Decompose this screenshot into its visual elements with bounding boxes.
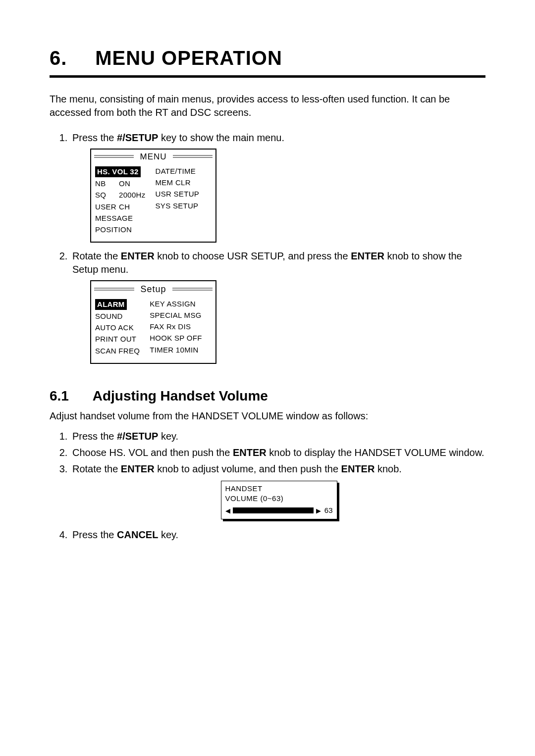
setup-row-hookspoff: HOOK SP OFF: [150, 333, 202, 343]
setup-row-specialmsg: SPECIAL MSG: [150, 310, 202, 320]
menu-row-sq: SQ2000Hz: [95, 190, 146, 200]
intro-paragraph: The menu, consisting of main menus, prov…: [50, 93, 485, 119]
arrow-right-icon: ▶: [316, 506, 321, 515]
menu-titlebar: MENU: [91, 150, 215, 164]
setup-row-timer: TIMER 10MIN: [150, 345, 202, 355]
hv-line2: VOLUME (0~63): [225, 494, 333, 504]
hv-step-4: Press the CANCEL key.: [70, 528, 485, 542]
menu-right-col: DATE/TIME MEM CLR USR SETUP SYS SETUP: [156, 166, 200, 235]
section-number: 6.1: [50, 387, 89, 405]
main-step-1: Press the #/SETUP key to show the main m…: [70, 131, 485, 243]
handset-volume-window: HANDSET VOLUME (0~63) ◀ ▶ 63: [221, 481, 337, 519]
setup-screen: Setup ALARM SOUND AUTO ACK PRINT OUT SCA…: [90, 280, 216, 364]
key-enter: ENTER: [351, 251, 384, 261]
key-cancel: CANCEL: [117, 529, 158, 540]
setup-selected-item: ALARM: [95, 299, 127, 310]
menu-row-user: USERCH: [95, 202, 146, 212]
hv-step-2: Choose HS. VOL and then push the ENTER k…: [70, 446, 485, 459]
key-enter: ENTER: [233, 447, 267, 458]
title-rule: [50, 75, 485, 78]
hv-step-3: Rotate the ENTER knob to adjust volume, …: [70, 462, 485, 519]
key-setup: #/SETUP: [117, 431, 158, 442]
hv-steps-list: Press the #/SETUP key. Choose HS. VOL an…: [50, 430, 485, 542]
main-steps-list: Press the #/SETUP key to show the main m…: [50, 131, 485, 364]
chapter-title: 6. MENU OPERATION: [50, 45, 485, 71]
menu-row-syssetup: SYS SETUP: [156, 201, 200, 211]
volume-slider: ◀ ▶ 63: [225, 505, 333, 515]
menu-selected-item: HS. VOL 32: [95, 166, 141, 177]
volume-bar: [233, 507, 314, 513]
titlebar-stripe-left: [94, 155, 134, 159]
section-intro: Adjust handset volume from the HANDSET V…: [50, 409, 485, 423]
volume-value: 63: [323, 505, 333, 515]
setup-row-printout: PRINT OUT: [95, 334, 140, 344]
setup-row-scanfreq: SCAN FREQ: [95, 346, 140, 356]
main-step-2: Rotate the ENTER knob to choose USR SETU…: [70, 250, 485, 364]
menu-row-nb: NBON: [95, 179, 146, 189]
titlebar-stripe-right: [173, 155, 213, 159]
key-setup: #/SETUP: [117, 132, 158, 143]
chapter-name: MENU OPERATION: [95, 47, 282, 69]
titlebar-stripe-left: [94, 288, 134, 292]
menu-screen: MENU HS. VOL 32 NBON SQ2000Hz USERCH MES…: [90, 149, 216, 243]
setup-row-autoack: AUTO ACK: [95, 323, 140, 333]
menu-title: MENU: [138, 151, 168, 163]
menu-row-datetime: DATE/TIME: [156, 166, 200, 176]
key-enter: ENTER: [121, 251, 155, 261]
menu-row-memclr: MEM CLR: [156, 178, 200, 188]
setup-title: Setup: [138, 283, 168, 295]
chapter-number: 6.: [50, 45, 89, 71]
setup-right-col: KEY ASSIGN SPECIAL MSG FAX Rx DIS HOOK S…: [150, 299, 202, 356]
key-enter: ENTER: [121, 463, 155, 474]
setup-titlebar: Setup: [91, 281, 215, 297]
menu-row-message: MESSAGE: [95, 213, 146, 223]
setup-row-sound: SOUND: [95, 311, 140, 321]
setup-row-keyassign: KEY ASSIGN: [150, 299, 202, 309]
key-enter: ENTER: [341, 463, 375, 474]
arrow-left-icon: ◀: [225, 506, 230, 515]
hv-line1: HANDSET: [225, 484, 333, 494]
setup-left-col: ALARM SOUND AUTO ACK PRINT OUT SCAN FREQ: [95, 299, 140, 356]
menu-row-position: POSITION: [95, 225, 146, 235]
menu-left-col: HS. VOL 32 NBON SQ2000Hz USERCH MESSAGE …: [95, 166, 146, 235]
section-title: Adjusting Handset Volume: [93, 388, 268, 403]
menu-row-usrsetup: USR SETUP: [156, 189, 200, 199]
hv-step-1: Press the #/SETUP key.: [70, 430, 485, 443]
section-heading: 6.1 Adjusting Handset Volume: [50, 387, 485, 405]
titlebar-stripe-right: [172, 288, 213, 292]
setup-row-faxrxdis: FAX Rx DIS: [150, 322, 202, 332]
